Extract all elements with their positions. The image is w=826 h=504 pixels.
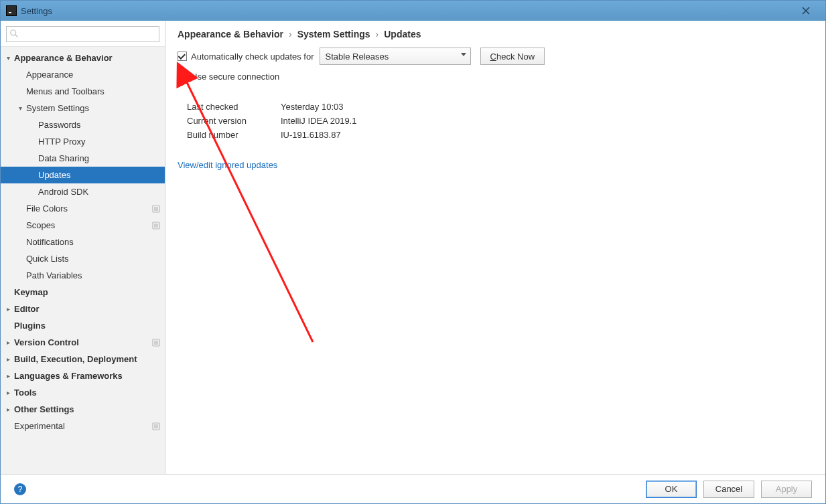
tree-item-label: Languages & Frameworks xyxy=(14,371,161,381)
auto-check-checkbox[interactable]: Automatically check updates for xyxy=(178,52,314,62)
tree-item-label: Plugins xyxy=(14,321,161,331)
svg-rect-13 xyxy=(154,424,158,428)
tree-item-label: Scopes xyxy=(26,220,149,230)
build-number-value: IU-191.6183.87 xyxy=(281,130,341,140)
breadcrumb-part: System Settings xyxy=(297,29,370,39)
tree-item-appearance[interactable]: Appearance xyxy=(1,66,165,83)
build-number-key: Build number xyxy=(187,130,281,140)
dialog-footer: ? OK Cancel Apply xyxy=(1,474,825,503)
tree-item-version-control[interactable]: ▸Version Control xyxy=(1,334,165,351)
ignored-updates-link[interactable]: View/edit ignored updates xyxy=(178,160,277,170)
select-value: Stable Releases xyxy=(326,52,389,62)
tree-item-android-sdk[interactable]: Android SDK xyxy=(1,183,165,200)
use-secure-checkbox[interactable]: Use secure connection xyxy=(178,72,279,82)
svg-rect-11 xyxy=(154,341,158,345)
tree-item-label: Appearance xyxy=(26,70,161,80)
checkbox-box xyxy=(178,52,187,61)
apply-button[interactable]: Apply xyxy=(761,481,812,498)
check-now-rest: heck Now xyxy=(496,52,535,62)
search-field[interactable] xyxy=(6,26,159,42)
project-scope-icon xyxy=(151,338,161,347)
chevron-right-icon: › xyxy=(289,29,292,39)
chevron-right-icon: ▸ xyxy=(2,355,14,363)
chevron-right-icon: ▸ xyxy=(2,406,14,413)
info-row: Current version IntelliJ IDEA 2019.1 xyxy=(187,116,813,126)
tree-item-label: Keymap xyxy=(14,287,161,297)
svg-rect-7 xyxy=(154,207,158,211)
tree-item-passwords[interactable]: Passwords xyxy=(1,116,165,133)
check-now-button[interactable]: Check Now xyxy=(480,48,545,65)
svg-point-4 xyxy=(11,29,16,35)
tree-item-file-colors[interactable]: File Colors xyxy=(1,200,165,217)
breadcrumb-part: Updates xyxy=(384,29,421,39)
sidebar: ▾Appearance & BehaviorAppearanceMenus an… xyxy=(1,21,165,474)
search-icon xyxy=(9,29,20,40)
tree-item-keymap[interactable]: Keymap xyxy=(1,284,165,301)
dialog-body: ▾Appearance & BehaviorAppearanceMenus an… xyxy=(1,21,825,474)
checkbox-box xyxy=(178,72,187,82)
tree-item-build-execution-deployment[interactable]: ▸Build, Execution, Deployment xyxy=(1,351,165,367)
auto-check-label: Automatically check updates for xyxy=(191,52,314,62)
breadcrumb: Appearance & Behavior › System Settings … xyxy=(165,21,825,44)
tree-item-notifications[interactable]: Notifications xyxy=(1,234,165,250)
help-button[interactable]: ? xyxy=(14,483,26,495)
breadcrumb-part: Appearance & Behavior xyxy=(178,29,283,39)
tree-item-label: Data Sharing xyxy=(38,153,161,163)
tree-item-scopes[interactable]: Scopes xyxy=(1,217,165,234)
info-row: Build number IU-191.6183.87 xyxy=(187,130,813,140)
tree-item-label: Quick Lists xyxy=(26,254,161,264)
content-body: Automatically check updates for Stable R… xyxy=(165,44,825,474)
tree-item-updates[interactable]: Updates xyxy=(1,167,165,183)
project-scope-icon xyxy=(151,422,161,431)
tree-item-http-proxy[interactable]: HTTP Proxy xyxy=(1,133,165,150)
chevron-down-icon xyxy=(461,53,466,56)
use-secure-row: Use secure connection xyxy=(178,72,813,82)
tree-item-plugins[interactable]: Plugins xyxy=(1,317,165,334)
version-info: Last checked Yesterday 10:03 Current ver… xyxy=(187,102,813,140)
chevron-right-icon: ▸ xyxy=(2,339,14,346)
last-checked-value: Yesterday 10:03 xyxy=(281,102,343,112)
tree-item-label: Path Variables xyxy=(26,270,161,280)
info-row: Last checked Yesterday 10:03 xyxy=(187,102,813,112)
chevron-right-icon: ▸ xyxy=(2,372,14,380)
tree-item-quick-lists[interactable]: Quick Lists xyxy=(1,250,165,267)
tree-item-path-variables[interactable]: Path Variables xyxy=(1,267,165,284)
settings-tree[interactable]: ▾Appearance & BehaviorAppearanceMenus an… xyxy=(1,47,165,474)
search-wrap xyxy=(1,21,165,47)
tree-item-label: Updates xyxy=(38,170,161,180)
chevron-right-icon: ▸ xyxy=(2,389,14,396)
tree-item-menus-and-toolbars[interactable]: Menus and Toolbars xyxy=(1,83,165,100)
cancel-button[interactable]: Cancel xyxy=(703,481,754,498)
last-checked-key: Last checked xyxy=(187,102,281,112)
tree-item-label: System Settings xyxy=(26,103,161,113)
tree-item-label: Experimental xyxy=(14,421,149,431)
use-secure-label: Use secure connection xyxy=(191,72,279,82)
close-button[interactable] xyxy=(792,1,820,21)
tree-item-other-settings[interactable]: ▸Other Settings xyxy=(1,401,165,418)
svg-rect-9 xyxy=(154,224,158,228)
tree-item-label: Android SDK xyxy=(38,187,161,197)
tree-item-label: HTTP Proxy xyxy=(38,137,161,147)
auto-check-row: Automatically check updates for Stable R… xyxy=(178,48,813,65)
tree-item-label: Appearance & Behavior xyxy=(14,53,161,63)
tree-item-editor[interactable]: ▸Editor xyxy=(1,301,165,317)
update-channel-select[interactable]: Stable Releases xyxy=(320,48,471,65)
search-input[interactable] xyxy=(20,27,156,41)
tree-item-label: Notifications xyxy=(26,237,161,247)
tree-item-experimental[interactable]: Experimental xyxy=(1,418,165,434)
svg-rect-1 xyxy=(9,12,11,13)
content-pane: Appearance & Behavior › System Settings … xyxy=(165,21,825,474)
ok-button[interactable]: OK xyxy=(646,481,697,498)
svg-line-5 xyxy=(15,34,18,37)
tree-item-label: Passwords xyxy=(38,120,161,130)
window-title: Settings xyxy=(21,6,792,16)
tree-item-tools[interactable]: ▸Tools xyxy=(1,384,165,401)
chevron-right-icon: › xyxy=(376,29,379,39)
tree-item-languages-frameworks[interactable]: ▸Languages & Frameworks xyxy=(1,367,165,384)
tree-item-system-settings[interactable]: ▾System Settings xyxy=(1,100,165,116)
tree-item-appearance-behavior[interactable]: ▾Appearance & Behavior xyxy=(1,50,165,66)
tree-item-data-sharing[interactable]: Data Sharing xyxy=(1,150,165,167)
tree-item-label: Editor xyxy=(14,304,161,314)
project-scope-icon xyxy=(151,221,161,230)
tree-item-label: File Colors xyxy=(26,203,149,214)
